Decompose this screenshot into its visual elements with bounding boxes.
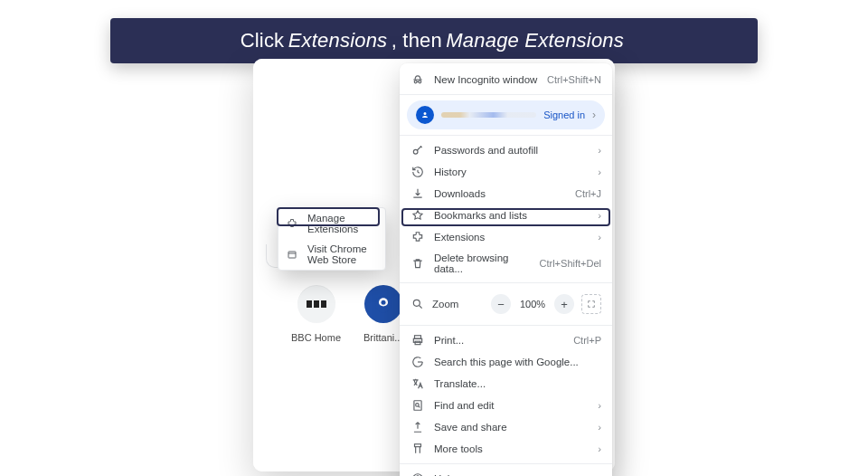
svg-point-10: [413, 300, 420, 306]
menu-shortcut: Ctrl+Shift+N: [547, 74, 601, 85]
menu-new-incognito[interactable]: New Incognito window Ctrl+Shift+N: [400, 69, 612, 90]
incognito-icon: [410, 73, 425, 86]
menu-label: Passwords and autofill: [434, 145, 589, 156]
menu-print[interactable]: Print... Ctrl+P: [400, 329, 612, 351]
menu-label: New Incognito window: [434, 74, 538, 85]
zoom-row: Zoom − 100% +: [400, 287, 612, 321]
menu-manage-extensions[interactable]: Manage Extensions: [278, 208, 385, 239]
divider: [400, 94, 612, 95]
google-icon: [410, 356, 425, 368]
menu-more-tools[interactable]: More tools ›: [400, 438, 612, 460]
menu-label: Translate...: [434, 378, 601, 389]
avatar: [416, 106, 434, 124]
menu-label: Downloads: [434, 188, 566, 199]
svg-rect-1: [314, 300, 319, 308]
chevron-right-icon: ›: [598, 145, 601, 156]
menu-label: Manage Extensions: [307, 213, 378, 234]
menu-visit-web-store[interactable]: Visit Chrome Web Store: [278, 239, 385, 270]
shortcut-brittani[interactable]: Brittani...: [363, 285, 402, 343]
menu-help[interactable]: Help ›: [400, 468, 612, 476]
menu-label: Delete browsing data...: [434, 252, 531, 274]
zoom-icon: [410, 298, 425, 310]
svg-rect-0: [307, 300, 312, 308]
svg-rect-5: [288, 252, 296, 258]
chrome-main-menu: New Incognito window Ctrl+Shift+N Signed…: [400, 63, 612, 476]
fullscreen-button[interactable]: [581, 294, 601, 314]
download-icon: [410, 187, 425, 200]
menu-history[interactable]: History ›: [400, 161, 612, 183]
account-row[interactable]: Signed in ›: [407, 100, 605, 129]
translate-icon: [410, 377, 425, 390]
menu-translate[interactable]: Translate...: [400, 373, 612, 395]
banner-text-2: , then: [392, 29, 442, 52]
signed-in-status: Signed in: [543, 109, 585, 120]
bbc-icon: [297, 285, 335, 323]
menu-label: Print...: [434, 335, 564, 346]
zoom-percent: 100%: [518, 299, 547, 309]
menu-extensions[interactable]: Extensions ›: [400, 226, 612, 248]
zoom-label: Zoom: [432, 299, 484, 309]
star-icon: [410, 209, 425, 222]
shortcut-label: BBC Home: [291, 332, 341, 343]
svg-rect-2: [321, 300, 326, 308]
history-icon: [410, 166, 425, 178]
menu-label: Extensions: [434, 232, 589, 243]
menu-shortcut: Ctrl+J: [575, 188, 601, 199]
svg-rect-16: [415, 444, 421, 447]
menu-label: Bookmarks and lists: [434, 210, 589, 221]
menu-label: Find and edit: [434, 400, 589, 411]
shortcut-bbc[interactable]: BBC Home: [291, 285, 341, 343]
zoom-out-button[interactable]: −: [491, 294, 511, 314]
svg-point-7: [419, 81, 421, 83]
shortcut-label: Brittani...: [363, 332, 402, 343]
find-icon: [410, 399, 425, 412]
puzzle-icon: [286, 218, 298, 229]
chevron-right-icon: ›: [598, 422, 601, 433]
menu-shortcut: Ctrl+P: [573, 335, 601, 346]
chevron-right-icon: ›: [598, 167, 601, 177]
menu-find-edit[interactable]: Find and edit ›: [400, 395, 612, 416]
divider: [400, 282, 612, 283]
menu-label: Search this page with Google...: [434, 357, 601, 367]
extensions-submenu: Manage Extensions Visit Chrome Web Store: [278, 207, 386, 271]
menu-shortcut: Ctrl+Shift+Del: [540, 258, 601, 269]
menu-bookmarks[interactable]: Bookmarks and lists ›: [400, 205, 612, 226]
menu-label: Save and share: [434, 422, 589, 433]
menu-label: Visit Chrome Web Store: [307, 243, 378, 265]
svg-point-9: [413, 149, 418, 154]
menu-save-share[interactable]: Save and share ›: [400, 416, 612, 438]
chevron-right-icon: ›: [598, 210, 601, 221]
menu-search-google[interactable]: Search this page with Google...: [400, 351, 612, 373]
svg-point-4: [381, 300, 385, 305]
chevron-right-icon: ›: [592, 109, 596, 121]
divider: [400, 463, 612, 464]
chevron-right-icon: ›: [598, 443, 601, 454]
account-name-redacted: [441, 112, 536, 118]
brittani-icon: [364, 285, 402, 323]
chevron-right-icon: ›: [598, 400, 601, 411]
menu-label: More tools: [434, 443, 589, 454]
menu-label: History: [434, 167, 589, 177]
menu-passwords[interactable]: Passwords and autofill ›: [400, 139, 612, 161]
zoom-in-button[interactable]: +: [554, 294, 574, 314]
help-icon: [410, 472, 425, 476]
print-icon: [410, 334, 425, 347]
chevron-right-icon: ›: [598, 232, 601, 243]
menu-downloads[interactable]: Downloads Ctrl+J: [400, 183, 612, 205]
trash-icon: [410, 257, 425, 270]
web-store-icon: [286, 249, 298, 260]
divider: [400, 325, 612, 326]
share-icon: [410, 421, 425, 433]
banner-text-1: Click: [241, 29, 285, 52]
banner-em-1: Extensions: [288, 29, 388, 52]
svg-point-6: [414, 81, 417, 83]
tools-icon: [410, 443, 425, 455]
puzzle-icon: [410, 231, 425, 243]
banner-em-2: Manage Extensions: [446, 29, 624, 52]
divider: [400, 135, 612, 136]
instruction-banner: Click Extensions , then Manage Extension…: [110, 18, 758, 63]
menu-delete-browsing-data[interactable]: Delete browsing data... Ctrl+Shift+Del: [400, 248, 612, 279]
key-icon: [410, 144, 425, 157]
svg-rect-14: [414, 401, 421, 411]
